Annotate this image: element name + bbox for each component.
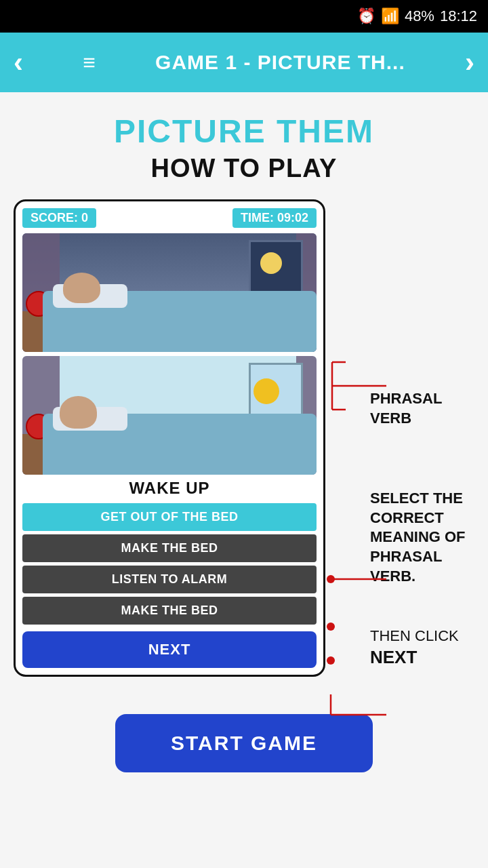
annotations-panel: PHRASALVERB SELECT THECORRECTMEANING OFP…: [325, 199, 474, 690]
answer-options: GET OUT OF THE BED MAKE THE BED LISTEN T…: [22, 503, 317, 625]
demo-container: SCORE: 0 TIME: 09:02: [14, 199, 474, 690]
nav-bar: ‹ ≡ GAME 1 - PICTURE TH... ›: [0, 33, 488, 92]
select-correct-annotation: SELECT THECORRECTMEANING OFPHRASALVERB.: [370, 489, 474, 586]
page-title: PICTURE THEM: [14, 113, 474, 150]
answer-button-2[interactable]: MAKE THE BED: [22, 534, 317, 562]
nav-forward-button[interactable]: ›: [465, 46, 474, 79]
alarm-icon: ⏰: [357, 7, 375, 25]
game-card: SCORE: 0 TIME: 09:02: [14, 199, 325, 677]
phrasal-verb-annotation-text: PHRASALVERB: [370, 389, 474, 428]
page-subtitle: HOW TO PLAY: [14, 154, 474, 183]
nav-back-button[interactable]: ‹: [14, 46, 23, 79]
image-day: [22, 356, 317, 475]
main-content: PICTURE THEM HOW TO PLAY SCORE: 0 TIME: …: [0, 92, 488, 800]
then-click-text: THEN CLICK: [370, 627, 474, 646]
wifi-icon: 📶: [381, 7, 399, 25]
then-click-annotation: THEN CLICK NEXT: [370, 627, 474, 669]
battery-text: 48%: [405, 7, 434, 25]
nav-title: GAME 1 - PICTURE TH...: [155, 51, 405, 74]
svg-point-4: [327, 575, 335, 583]
status-bar: ⏰ 📶 48% 18:12: [0, 0, 488, 33]
start-game-button[interactable]: START GAME: [115, 714, 373, 772]
phrasal-verb-annotation: PHRASALVERB: [370, 389, 474, 428]
svg-point-7: [327, 656, 335, 665]
answer-button-4[interactable]: MAKE THE BED: [22, 597, 317, 625]
time-badge: TIME: 09:02: [232, 208, 317, 228]
answer-button-1[interactable]: GET OUT OF THE BED: [22, 503, 317, 531]
image-night: [22, 233, 317, 352]
next-button[interactable]: NEXT: [22, 631, 317, 668]
answer-button-3[interactable]: LISTEN TO ALARM: [22, 566, 317, 593]
phrasal-verb-label: WAKE UP: [22, 479, 317, 498]
score-time-row: SCORE: 0 TIME: 09:02: [22, 208, 317, 228]
nav-menu-button[interactable]: ≡: [83, 50, 96, 75]
select-correct-annotation-text: SELECT THECORRECTMEANING OFPHRASALVERB.: [370, 489, 474, 586]
score-badge: SCORE: 0: [22, 208, 96, 228]
time-display: 18:12: [440, 7, 477, 25]
svg-point-6: [327, 623, 335, 631]
next-annotation-text: NEXT: [370, 646, 474, 669]
